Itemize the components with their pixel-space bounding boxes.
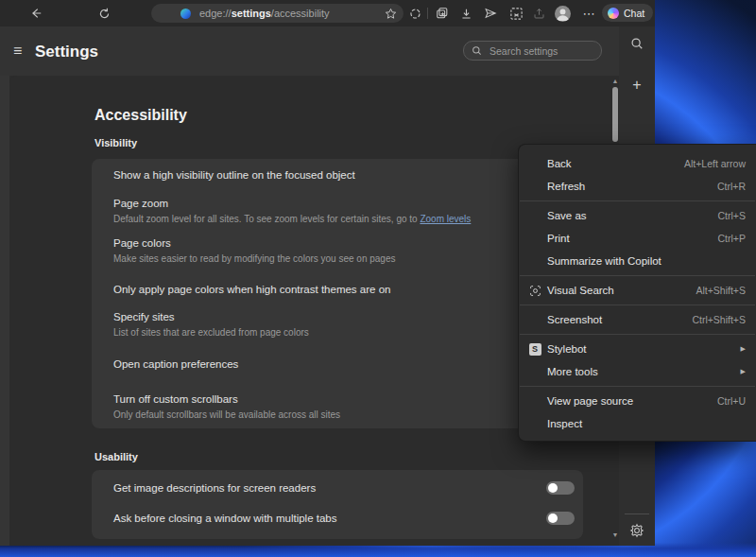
favorites-star-icon[interactable] [385,8,397,20]
sidebar-settings-button[interactable] [619,521,655,540]
toolbar-divider [427,8,428,19]
menu-item-more-tools[interactable]: More tools ▶ [519,360,756,383]
settings-and-more-button[interactable]: ⋯ [578,0,599,26]
menu-separator [520,334,755,335]
edge-logo-icon [180,9,191,19]
refresh-icon [98,8,111,20]
context-menu: Back Alt+Left arrow Refresh Ctrl+R Save … [518,144,756,442]
menu-item-save-as[interactable]: Save as Ctrl+S [519,204,756,227]
plus-icon: + [632,77,641,94]
submenu-arrow-icon: ▶ [741,368,746,375]
sidebar-divider [625,513,649,514]
menu-separator [520,200,755,201]
screen: edge://settings/accessibility [0,0,756,557]
collections-button[interactable] [431,0,454,26]
chat-label: Chat [624,8,644,19]
ask-before-closing-toggle[interactable] [546,512,575,525]
chat-button[interactable]: Chat [602,4,653,22]
back-arrow-icon [29,7,43,20]
browser-essentials-icon [409,8,421,20]
profile-avatar[interactable] [555,6,571,22]
settings-title: Settings [35,43,98,61]
setting-row-custom-scrollbars[interactable]: Turn off custom scrollbars Only default … [113,392,568,421]
gear-icon [629,523,644,538]
sidebar-search-button[interactable] [619,34,655,53]
settings-search-input[interactable] [488,44,593,58]
page-title: Accessibility [94,107,187,124]
collections-icon [436,7,449,20]
image-descriptions-toggle[interactable] [546,481,575,495]
usability-card: Get image descriptions for screen reader… [92,470,583,539]
menu-item-view-page-source[interactable]: View page source Ctrl+U [519,390,756,412]
setting-row-ask-before-closing[interactable]: Ask before closing a window with multipl… [113,512,568,525]
downloads-button[interactable] [455,0,477,26]
section-heading-usability: Usability [94,451,138,462]
section-heading-visibility: Visibility [94,137,137,148]
browser-essentials-button[interactable] [404,0,426,26]
more-icon: ⋯ [583,7,595,21]
menu-item-visual-search[interactable]: Visual Search Alt+Shift+S [519,279,756,302]
share-button[interactable] [527,0,550,26]
scrollbar-thumb[interactable] [612,87,618,142]
back-button[interactable] [25,0,47,26]
setting-row-page-colors[interactable]: Page colors Make sites easier to read by… [113,236,568,265]
menu-item-inspect[interactable]: Inspect [519,412,756,435]
menu-item-summarize-with-copilot[interactable]: Summarize with Copilot [519,250,756,272]
menu-item-refresh[interactable]: Refresh Ctrl+R [519,175,756,198]
settings-header: ≡ Settings [0,26,619,76]
send-icon [484,7,497,20]
share-icon [533,8,545,20]
setting-row-image-descriptions[interactable]: Get image descriptions for screen reader… [113,481,568,495]
menu-separator [520,305,755,305]
sidebar-add-button[interactable]: + [619,76,655,95]
setting-row-caption-preferences[interactable]: Open caption preferences [113,357,568,371]
nav-edge-strip [0,76,9,546]
downloads-icon [460,8,472,20]
visibility-card: Show a high visibility outline on the fo… [92,159,583,428]
setting-row-specify-sites[interactable]: Specify sites List of sites that are exc… [113,310,568,339]
address-url: edge://settings/accessibility [199,8,330,19]
stylebot-icon: S [526,338,543,360]
address-bar[interactable]: edge://settings/accessibility [151,4,404,23]
zoom-levels-link[interactable]: Zoom levels [420,214,471,224]
browser-toolbar: edge://settings/accessibility [0,0,655,26]
setting-row-page-zoom[interactable]: Page zoom Default zoom level for all sit… [113,197,568,225]
hamburger-menu-button[interactable]: ≡ [13,42,22,61]
send-button[interactable] [479,0,502,26]
copilot-logo-icon [608,8,619,19]
settings-search-box[interactable] [463,41,602,61]
search-icon [630,37,644,50]
refresh-button[interactable] [93,0,115,26]
web-capture-button[interactable] [505,0,527,26]
submenu-arrow-icon: ▶ [741,345,746,353]
menu-item-print[interactable]: Print Ctrl+P [519,227,756,250]
menu-item-stylebot[interactable]: S Stylebot ▶ [519,338,756,360]
menu-separator [520,275,755,276]
visual-search-icon [526,279,543,302]
person-icon [555,6,571,22]
web-capture-icon [509,7,524,21]
menu-item-screenshot[interactable]: Screenshot Ctrl+Shift+S [519,308,756,331]
menu-item-back[interactable]: Back Alt+Left arrow [519,152,756,175]
setting-row-high-visibility-outline[interactable]: Show a high visibility outline on the fo… [113,168,568,182]
setting-row-high-contrast-colors[interactable]: Only apply page colors when high contras… [113,283,568,296]
search-icon [472,45,482,56]
menu-separator [520,386,755,387]
